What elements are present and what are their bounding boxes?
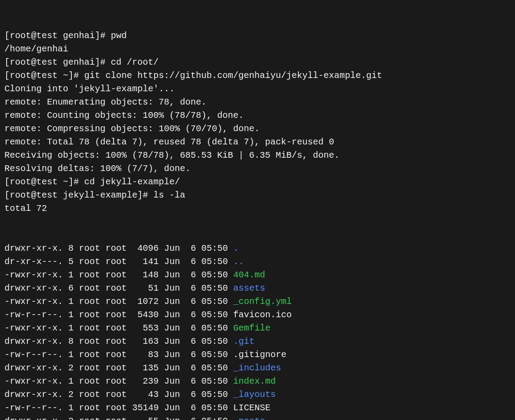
- group: root: [105, 335, 127, 348]
- owner: root: [79, 322, 100, 335]
- ls-row: -rwxr-xr-x. 1 root root 239 Jun 6 05:50 …: [4, 375, 511, 388]
- day: 6: [185, 282, 196, 295]
- owner: root: [79, 335, 100, 348]
- size: 55: [132, 415, 159, 420]
- ls-row: -rwxr-xr-x. 1 root root 148 Jun 6 05:50 …: [4, 268, 511, 282]
- month: Jun: [164, 268, 180, 282]
- terminal-text: Receiving objects: 100% (78/78), 685.53 …: [4, 150, 339, 160]
- time: 05:50: [201, 242, 228, 255]
- links: 8: [68, 242, 74, 255]
- size: 35149: [132, 401, 159, 415]
- terminal-line: [root@test genhai]# cd /root/: [4, 56, 511, 69]
- terminal-text: /home/genhai: [4, 44, 68, 54]
- time: 05:50: [201, 322, 228, 335]
- owner: root: [79, 308, 100, 322]
- terminal-line: [root@test ~]# git clone https://github.…: [4, 69, 511, 82]
- group: root: [105, 348, 127, 362]
- month: Jun: [164, 308, 180, 322]
- day: 6: [185, 348, 196, 362]
- time: 05:50: [201, 348, 228, 362]
- owner: root: [79, 255, 100, 268]
- terminal-line: [root@test jekyll-example]# ls -la: [4, 189, 511, 202]
- group: root: [105, 388, 127, 401]
- owner: root: [79, 415, 100, 420]
- group: root: [105, 375, 127, 388]
- time: 05:50: [201, 255, 228, 268]
- links: 2: [68, 415, 74, 420]
- terminal-text: total 72: [4, 203, 47, 214]
- owner: root: [79, 388, 100, 401]
- group: root: [105, 268, 127, 282]
- terminal-line: /home/genhai: [4, 43, 511, 56]
- perm: dr-xr-x---.: [4, 255, 63, 268]
- links: 2: [68, 362, 74, 375]
- group: root: [105, 362, 127, 375]
- group: root: [105, 255, 127, 268]
- terminal[interactable]: [root@test genhai]# pwd/home/genhai[root…: [0, 0, 515, 420]
- size: 141: [132, 255, 159, 268]
- terminal-text: remote: Total 78 (delta 7), reused 78 (d…: [4, 137, 334, 147]
- links: 6: [68, 282, 74, 295]
- day: 6: [185, 295, 196, 308]
- ls-row: drwxr-xr-x. 2 root root 43 Jun 6 05:50 _…: [4, 388, 511, 401]
- size: 163: [132, 335, 159, 348]
- links: 1: [68, 322, 74, 335]
- ls-row: -rwxr-xr-x. 1 root root 1072 Jun 6 05:50…: [4, 295, 511, 308]
- ls-row: drwxr-xr-x. 8 root root 163 Jun 6 05:50 …: [4, 335, 511, 348]
- owner: root: [79, 268, 100, 282]
- perm: drwxr-xr-x.: [4, 242, 63, 255]
- group: root: [105, 308, 127, 322]
- day: 6: [185, 388, 196, 401]
- perm: drwxr-xr-x.: [4, 388, 63, 401]
- filename: 404.md: [233, 270, 265, 280]
- perm: -rw-r--r--.: [4, 308, 63, 322]
- filename: Gemfile: [233, 323, 270, 333]
- day: 6: [185, 242, 196, 255]
- ls-row: drwxr-xr-x. 6 root root 51 Jun 6 05:50 a…: [4, 282, 511, 295]
- group: root: [105, 282, 127, 295]
- terminal-text: remote: Enumerating objects: 78, done.: [4, 97, 207, 107]
- ls-row: drwxr-xr-x. 8 root root 4096 Jun 6 05:50…: [4, 242, 511, 255]
- filename: index.md: [233, 376, 276, 386]
- perm: -rwxr-xr-x.: [4, 295, 63, 308]
- ls-row: -rw-r--r--. 1 root root 5430 Jun 6 05:50…: [4, 308, 511, 322]
- size: 553: [132, 322, 159, 335]
- month: Jun: [164, 282, 180, 295]
- ls-row: drwxr-xr-x. 2 root root 135 Jun 6 05:50 …: [4, 362, 511, 375]
- terminal-text: [root@test ~]# cd jekyll-example/: [4, 177, 180, 187]
- day: 6: [185, 375, 196, 388]
- group: root: [105, 415, 127, 420]
- terminal-line: [root@test ~]# cd jekyll-example/: [4, 175, 511, 189]
- time: 05:50: [201, 415, 228, 420]
- filename: ..: [233, 257, 244, 267]
- perm: drwxr-xr-x.: [4, 335, 63, 348]
- time: 05:50: [201, 335, 228, 348]
- perm: drwxr-xr-x.: [4, 415, 63, 420]
- size: 83: [132, 348, 159, 362]
- terminal-line: Resolving deltas: 100% (7/7), done.: [4, 162, 511, 175]
- day: 6: [185, 335, 196, 348]
- terminal-text: Cloning into 'jekyll-example'...: [4, 84, 175, 94]
- filename: assets: [233, 283, 265, 293]
- links: 1: [68, 401, 74, 415]
- month: Jun: [164, 348, 180, 362]
- ls-row: drwxr-xr-x. 2 root root 55 Jun 6 05:50 _…: [4, 415, 511, 420]
- terminal-line: Cloning into 'jekyll-example'...: [4, 82, 511, 96]
- terminal-text: [root@test genhai]# cd /root/: [4, 57, 159, 67]
- links: 1: [68, 308, 74, 322]
- size: 43: [132, 388, 159, 401]
- terminal-text: [root@test ~]# git clone https://github.…: [4, 70, 382, 81]
- filename: _config.yml: [233, 296, 292, 307]
- size: 239: [132, 375, 159, 388]
- terminal-line: [root@test genhai]# pwd: [4, 29, 511, 43]
- ls-row: -rw-r--r--. 1 root root 83 Jun 6 05:50 .…: [4, 348, 511, 362]
- links: 1: [68, 295, 74, 308]
- month: Jun: [164, 415, 180, 420]
- terminal-line: Receiving objects: 100% (78/78), 685.53 …: [4, 149, 511, 162]
- perm: drwxr-xr-x.: [4, 282, 63, 295]
- day: 6: [185, 268, 196, 282]
- size: 4096: [132, 242, 159, 255]
- perm: drwxr-xr-x.: [4, 362, 63, 375]
- filename: _posts: [233, 416, 265, 420]
- owner: root: [79, 295, 100, 308]
